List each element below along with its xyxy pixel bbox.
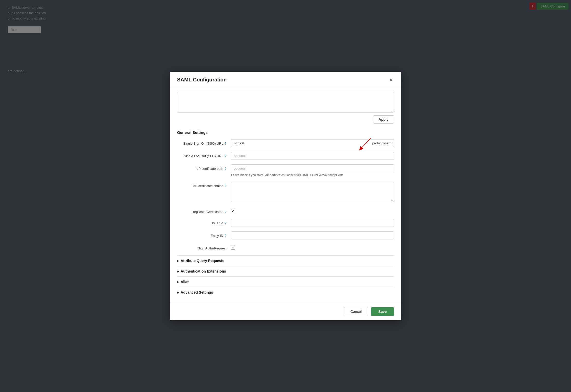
idp-cert-chains-field xyxy=(231,182,394,203)
idp-cert-chains-label: IdP certificate chains ? xyxy=(177,182,231,188)
cancel-button[interactable]: Cancel xyxy=(344,307,368,316)
modal-body: Apply General Settings Single Sign On (S… xyxy=(170,88,401,303)
entity-id-input[interactable] xyxy=(231,231,394,239)
entity-id-field xyxy=(231,231,394,239)
sso-url-row: Single Sign On (SSO) URL ? protocol/sam xyxy=(177,139,394,147)
modal-header: SAML Configuration × xyxy=(170,72,401,88)
entity-id-label: Entity ID ? xyxy=(177,231,231,238)
idp-cert-path-label: IdP certificate path ? xyxy=(177,164,231,171)
advanced-settings-header[interactable]: ▶ Advanced Settings xyxy=(177,290,394,294)
modal-overlay: SAML Configuration × Apply General Setti… xyxy=(0,0,571,392)
replicate-certs-checkbox[interactable] xyxy=(231,209,235,213)
alias-header[interactable]: ▶ Alias xyxy=(177,280,394,284)
alias-title: Alias xyxy=(181,280,189,284)
replicate-certs-field xyxy=(231,208,394,213)
slo-url-row: Single Log Out (SLO) URL ? xyxy=(177,152,394,160)
replicate-certs-help-icon[interactable]: ? xyxy=(225,210,226,214)
auth-extensions-header[interactable]: ▶ Authentication Extensions xyxy=(177,269,394,273)
sso-url-input[interactable] xyxy=(231,139,394,147)
slo-url-help-icon[interactable]: ? xyxy=(225,154,226,158)
idp-cert-path-row: IdP certificate path ? Leave blank if yo… xyxy=(177,164,394,177)
idp-cert-path-help-icon[interactable]: ? xyxy=(225,167,226,171)
replicate-certs-label: Replicate Certificates ? xyxy=(177,208,231,214)
issuer-id-input[interactable] xyxy=(231,219,394,227)
sign-authn-checkbox-wrapper xyxy=(231,244,394,250)
sso-url-help-icon[interactable]: ? xyxy=(225,142,226,145)
auth-extensions-section: ▶ Authentication Extensions xyxy=(177,266,394,276)
saml-config-modal: SAML Configuration × Apply General Setti… xyxy=(170,72,401,320)
modal-close-button[interactable]: × xyxy=(388,77,394,83)
sign-authn-row: Sign AuthnRequest xyxy=(177,244,394,251)
slo-url-label: Single Log Out (SLO) URL ? xyxy=(177,152,231,158)
attribute-query-header[interactable]: ▶ Attribute Query Requests xyxy=(177,259,394,263)
alias-section: ▶ Alias xyxy=(177,276,394,287)
entity-id-help-icon[interactable]: ? xyxy=(225,234,226,238)
sign-authn-field xyxy=(231,244,394,250)
auth-extensions-arrow-icon: ▶ xyxy=(177,270,179,273)
issuer-id-row: Issuer Id ? xyxy=(177,219,394,227)
issuer-id-field xyxy=(231,219,394,227)
attribute-query-section: ▶ Attribute Query Requests xyxy=(177,255,394,266)
issuer-id-help-icon[interactable]: ? xyxy=(225,221,226,225)
attribute-query-title: Attribute Query Requests xyxy=(181,259,224,263)
sso-url-label: Single Sign On (SSO) URL ? xyxy=(177,139,231,146)
replicate-certs-row: Replicate Certificates ? xyxy=(177,208,394,214)
apply-button[interactable]: Apply xyxy=(373,115,394,124)
advanced-settings-section: ▶ Advanced Settings xyxy=(177,287,394,297)
sign-authn-label: Sign AuthnRequest xyxy=(177,244,231,251)
idp-cert-path-field: Leave blank if you store IdP certificate… xyxy=(231,164,394,177)
slo-url-input[interactable] xyxy=(231,152,394,160)
save-button[interactable]: Save xyxy=(371,307,394,316)
modal-footer: Cancel Save xyxy=(170,303,401,320)
slo-url-field xyxy=(231,152,394,160)
idp-cert-chains-textarea[interactable] xyxy=(231,182,394,202)
replicate-certs-checkbox-wrapper xyxy=(231,208,394,213)
idp-cert-path-input[interactable] xyxy=(231,164,394,172)
issuer-id-label: Issuer Id ? xyxy=(177,219,231,226)
sign-authn-checkbox[interactable] xyxy=(231,246,235,250)
sso-url-field: protocol/sam xyxy=(231,139,394,147)
idp-cert-path-hint: Leave blank if you store IdP certificate… xyxy=(231,173,394,177)
advanced-settings-title: Advanced Settings xyxy=(181,290,213,294)
idp-cert-chains-row: IdP certificate chains ? xyxy=(177,182,394,203)
alias-arrow-icon: ▶ xyxy=(177,280,179,284)
entity-id-row: Entity ID ? xyxy=(177,231,394,239)
auth-extensions-title: Authentication Extensions xyxy=(181,269,226,273)
idp-cert-chains-help-icon[interactable]: ? xyxy=(225,184,226,188)
modal-title: SAML Configuration xyxy=(177,77,227,83)
advanced-settings-arrow-icon: ▶ xyxy=(177,291,179,294)
top-textarea-area: Apply xyxy=(177,88,394,126)
attribute-query-arrow-icon: ▶ xyxy=(177,259,179,263)
general-settings-heading: General Settings xyxy=(177,130,394,135)
top-textarea[interactable] xyxy=(177,92,394,113)
